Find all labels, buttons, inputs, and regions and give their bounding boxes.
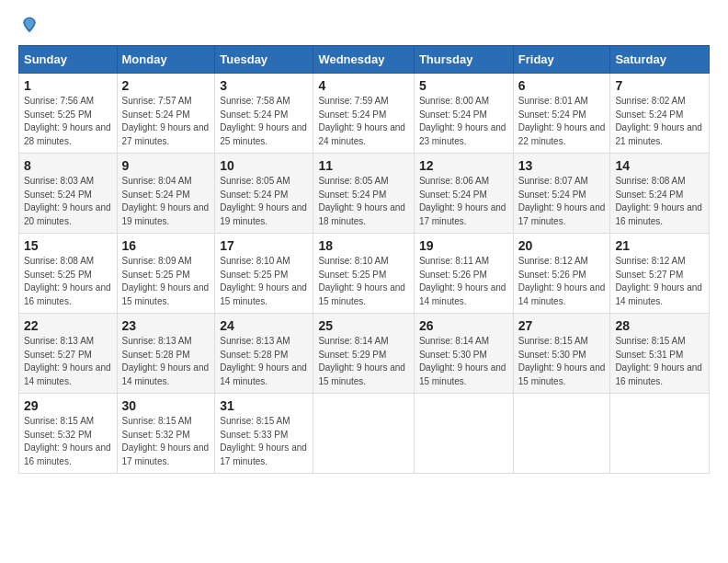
day-info: Sunrise: 8:01 AM Sunset: 5:24 PM Dayligh… [518, 95, 606, 148]
weekday-header-sunday: Sunday [19, 46, 118, 74]
day-info: Sunrise: 8:13 AM Sunset: 5:27 PM Dayligh… [24, 335, 112, 388]
day-number: 19 [419, 238, 508, 253]
day-number: 15 [24, 238, 112, 253]
day-number: 31 [220, 398, 308, 413]
day-info: Sunrise: 8:15 AM Sunset: 5:30 PM Dayligh… [518, 335, 606, 388]
calendar-cell: 8 Sunrise: 8:03 AM Sunset: 5:24 PM Dayli… [19, 154, 118, 234]
calendar-cell: 6 Sunrise: 8:01 AM Sunset: 5:24 PM Dayli… [513, 74, 610, 154]
calendar-cell: 15 Sunrise: 8:08 AM Sunset: 5:25 PM Dayl… [19, 234, 118, 314]
day-number: 28 [615, 318, 704, 333]
weekday-header-thursday: Thursday [414, 46, 513, 74]
calendar-week-4: 22 Sunrise: 8:13 AM Sunset: 5:27 PM Dayl… [19, 314, 710, 394]
day-info: Sunrise: 7:57 AM Sunset: 5:24 PM Dayligh… [122, 95, 210, 148]
calendar-cell: 27 Sunrise: 8:15 AM Sunset: 5:30 PM Dayl… [513, 314, 610, 394]
calendar-cell: 14 Sunrise: 8:08 AM Sunset: 5:24 PM Dayl… [610, 154, 710, 234]
calendar-cell: 29 Sunrise: 8:15 AM Sunset: 5:32 PM Dayl… [19, 394, 118, 474]
day-number: 11 [318, 158, 408, 173]
day-number: 9 [122, 158, 210, 173]
day-number: 30 [122, 398, 210, 413]
calendar-cell: 18 Sunrise: 8:10 AM Sunset: 5:25 PM Dayl… [313, 234, 414, 314]
day-number: 1 [24, 78, 112, 93]
calendar-cell: 26 Sunrise: 8:14 AM Sunset: 5:30 PM Dayl… [414, 314, 513, 394]
calendar-cell: 7 Sunrise: 8:02 AM Sunset: 5:24 PM Dayli… [610, 74, 710, 154]
day-number: 10 [220, 158, 308, 173]
calendar-week-5: 29 Sunrise: 8:15 AM Sunset: 5:32 PM Dayl… [19, 394, 710, 474]
calendar-cell: 2 Sunrise: 7:57 AM Sunset: 5:24 PM Dayli… [117, 74, 215, 154]
calendar-cell: 1 Sunrise: 7:56 AM Sunset: 5:25 PM Dayli… [19, 74, 118, 154]
day-info: Sunrise: 8:15 AM Sunset: 5:33 PM Dayligh… [220, 415, 308, 468]
calendar-cell: 12 Sunrise: 8:06 AM Sunset: 5:24 PM Dayl… [414, 154, 513, 234]
day-info: Sunrise: 8:03 AM Sunset: 5:24 PM Dayligh… [24, 175, 112, 228]
day-info: Sunrise: 8:02 AM Sunset: 5:24 PM Dayligh… [615, 95, 704, 148]
day-info: Sunrise: 8:11 AM Sunset: 5:26 PM Dayligh… [419, 255, 508, 308]
calendar-cell: 23 Sunrise: 8:13 AM Sunset: 5:28 PM Dayl… [117, 314, 215, 394]
day-info: Sunrise: 8:04 AM Sunset: 5:24 PM Dayligh… [122, 175, 210, 228]
day-number: 14 [615, 158, 704, 173]
calendar-cell: 28 Sunrise: 8:15 AM Sunset: 5:31 PM Dayl… [610, 314, 710, 394]
calendar-cell: 20 Sunrise: 8:12 AM Sunset: 5:26 PM Dayl… [513, 234, 610, 314]
day-number: 26 [419, 318, 508, 333]
day-info: Sunrise: 7:59 AM Sunset: 5:24 PM Dayligh… [318, 95, 408, 148]
day-number: 6 [518, 78, 606, 93]
day-info: Sunrise: 8:15 AM Sunset: 5:31 PM Dayligh… [615, 335, 704, 388]
day-info: Sunrise: 8:09 AM Sunset: 5:25 PM Dayligh… [122, 255, 210, 308]
calendar-cell [610, 394, 710, 474]
calendar-cell: 5 Sunrise: 8:00 AM Sunset: 5:24 PM Dayli… [414, 74, 513, 154]
day-info: Sunrise: 8:14 AM Sunset: 5:29 PM Dayligh… [318, 335, 408, 388]
calendar-cell: 13 Sunrise: 8:07 AM Sunset: 5:24 PM Dayl… [513, 154, 610, 234]
day-number: 3 [220, 78, 308, 93]
weekday-header-saturday: Saturday [610, 46, 710, 74]
logo-icon [20, 16, 39, 34]
weekday-header-monday: Monday [117, 46, 215, 74]
calendar-week-2: 8 Sunrise: 8:03 AM Sunset: 5:24 PM Dayli… [19, 154, 710, 234]
day-info: Sunrise: 8:12 AM Sunset: 5:26 PM Dayligh… [518, 255, 606, 308]
weekday-header-wednesday: Wednesday [313, 46, 414, 74]
day-number: 17 [220, 238, 308, 253]
day-info: Sunrise: 8:13 AM Sunset: 5:28 PM Dayligh… [122, 335, 210, 388]
day-number: 22 [24, 318, 112, 333]
day-info: Sunrise: 8:13 AM Sunset: 5:28 PM Dayligh… [220, 335, 308, 388]
day-number: 24 [220, 318, 308, 333]
calendar-cell: 30 Sunrise: 8:15 AM Sunset: 5:32 PM Dayl… [117, 394, 215, 474]
day-info: Sunrise: 8:06 AM Sunset: 5:24 PM Dayligh… [419, 175, 508, 228]
day-info: Sunrise: 8:00 AM Sunset: 5:24 PM Dayligh… [419, 95, 508, 148]
calendar-week-3: 15 Sunrise: 8:08 AM Sunset: 5:25 PM Dayl… [19, 234, 710, 314]
day-number: 18 [318, 238, 408, 253]
day-info: Sunrise: 8:08 AM Sunset: 5:25 PM Dayligh… [24, 255, 112, 308]
day-info: Sunrise: 8:05 AM Sunset: 5:24 PM Dayligh… [220, 175, 308, 228]
calendar-header: SundayMondayTuesdayWednesdayThursdayFrid… [19, 46, 710, 74]
day-info: Sunrise: 8:15 AM Sunset: 5:32 PM Dayligh… [24, 415, 112, 468]
calendar-cell: 9 Sunrise: 8:04 AM Sunset: 5:24 PM Dayli… [117, 154, 215, 234]
weekday-header-tuesday: Tuesday [215, 46, 313, 74]
calendar-cell: 10 Sunrise: 8:05 AM Sunset: 5:24 PM Dayl… [215, 154, 313, 234]
calendar-cell: 11 Sunrise: 8:05 AM Sunset: 5:24 PM Dayl… [313, 154, 414, 234]
day-number: 4 [318, 78, 408, 93]
weekday-header-friday: Friday [513, 46, 610, 74]
calendar-cell: 31 Sunrise: 8:15 AM Sunset: 5:33 PM Dayl… [215, 394, 313, 474]
calendar-body: 1 Sunrise: 7:56 AM Sunset: 5:25 PM Dayli… [19, 74, 710, 474]
day-number: 25 [318, 318, 408, 333]
day-info: Sunrise: 8:10 AM Sunset: 5:25 PM Dayligh… [318, 255, 408, 308]
calendar-cell: 17 Sunrise: 8:10 AM Sunset: 5:25 PM Dayl… [215, 234, 313, 314]
calendar-cell: 3 Sunrise: 7:58 AM Sunset: 5:24 PM Dayli… [215, 74, 313, 154]
weekday-row: SundayMondayTuesdayWednesdayThursdayFrid… [19, 46, 710, 74]
day-info: Sunrise: 8:12 AM Sunset: 5:27 PM Dayligh… [615, 255, 704, 308]
logo [18, 15, 40, 34]
day-number: 13 [518, 158, 606, 173]
calendar-cell: 4 Sunrise: 7:59 AM Sunset: 5:24 PM Dayli… [313, 74, 414, 154]
day-number: 27 [518, 318, 606, 333]
calendar-table: SundayMondayTuesdayWednesdayThursdayFrid… [18, 45, 710, 474]
page-header [18, 15, 710, 34]
calendar-cell: 21 Sunrise: 8:12 AM Sunset: 5:27 PM Dayl… [610, 234, 710, 314]
day-number: 29 [24, 398, 112, 413]
day-info: Sunrise: 8:08 AM Sunset: 5:24 PM Dayligh… [615, 175, 704, 228]
day-number: 16 [122, 238, 210, 253]
day-info: Sunrise: 8:07 AM Sunset: 5:24 PM Dayligh… [518, 175, 606, 228]
day-number: 8 [24, 158, 112, 173]
day-info: Sunrise: 7:58 AM Sunset: 5:24 PM Dayligh… [220, 95, 308, 148]
calendar-cell [313, 394, 414, 474]
day-number: 7 [615, 78, 704, 93]
calendar-cell: 19 Sunrise: 8:11 AM Sunset: 5:26 PM Dayl… [414, 234, 513, 314]
day-info: Sunrise: 8:10 AM Sunset: 5:25 PM Dayligh… [220, 255, 308, 308]
day-info: Sunrise: 8:14 AM Sunset: 5:30 PM Dayligh… [419, 335, 508, 388]
